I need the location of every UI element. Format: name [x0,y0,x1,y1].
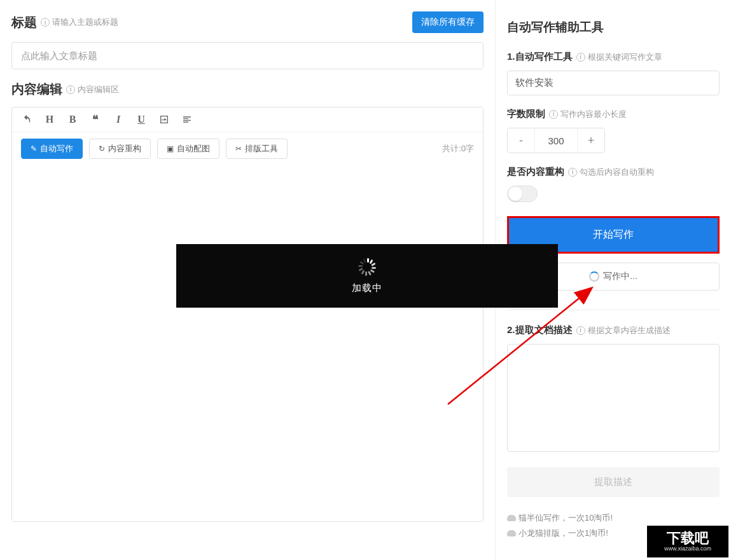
stepper-plus-button[interactable]: + [578,128,604,153]
cloud-icon [507,515,516,521]
rebuild-toggle-hint: 勾选后内容自动重构 [580,167,654,178]
extract-description-button[interactable]: 提取描述 [507,467,720,497]
editor-toolbar: H B ❝ I U [12,107,483,132]
rebuild-toggle-label: 是否内容重构 [507,166,564,178]
word-limit-stepper: - + [507,128,605,153]
info-icon: i [576,326,585,335]
italic-icon[interactable]: I [113,114,124,125]
word-limit-label: 字数限制 [507,108,545,120]
info-icon: i [576,53,585,62]
loading-overlay: 加载中 [176,244,558,308]
layout-tool-button[interactable]: ✂排版工具 [226,139,288,159]
content-label: 内容编辑 [11,81,62,98]
auto-image-button[interactable]: ▣自动配图 [157,139,219,159]
underline-icon[interactable]: U [136,114,147,125]
writing-status-text: 写作中... [603,271,637,282]
section2-label: 2.提取文档描述 [507,324,573,336]
footer-note-1: 猫半仙写作，一次10淘币! [507,512,720,524]
sidebar-panel-title: 自动写作辅助工具 [507,19,720,36]
description-textarea[interactable] [507,344,720,452]
title-hint: 请输入主题或标题 [52,17,118,28]
section1-label: 1.自动写作工具 [507,51,573,63]
word-count: 共计:0字 [442,143,474,154]
auto-write-button[interactable]: ✎自动写作 [21,139,83,159]
image-icon[interactable] [158,114,170,125]
clear-cache-button[interactable]: 清除所有缓存 [412,11,484,33]
quote-icon[interactable]: ❝ [90,114,101,125]
info-icon: i [41,18,50,27]
align-left-icon[interactable] [181,114,193,125]
pencil-icon: ✎ [31,144,37,153]
content-rebuild-button[interactable]: ↻内容重构 [89,139,151,159]
title-label: 标题 [11,14,37,31]
section1-hint: 根据关键词写作文章 [588,51,662,63]
spinner-icon [589,271,599,282]
info-icon: i [66,85,75,94]
refresh-icon: ↻ [99,144,105,153]
loading-text: 加载中 [352,282,382,294]
cloud-icon [507,530,516,536]
title-input[interactable] [11,42,484,69]
info-icon: i [549,110,558,119]
section2-hint: 根据文章内容生成描述 [588,325,671,336]
info-icon: i [568,168,577,177]
image-icon: ▣ [167,144,174,153]
heading-icon[interactable]: H [44,114,55,125]
tools-icon: ✂ [235,144,242,153]
watermark: 下载吧 www.xiazaiba.com [647,526,728,557]
editor-content-area[interactable] [12,165,483,521]
bold-icon[interactable]: B [67,114,78,125]
keyword-input[interactable] [507,71,720,95]
stepper-minus-button[interactable]: - [508,128,534,153]
undo-icon[interactable] [21,114,32,125]
editor-container: H B ❝ I U ✎自动写作 ↻内容重构 ▣自动配图 ✂排版工具 共计:0字 [11,107,484,522]
stepper-value-input[interactable] [534,128,578,153]
content-hint: 内容编辑区 [78,84,119,95]
word-limit-hint: 写作内容最小长度 [560,109,627,120]
loading-spinner-icon [358,258,376,276]
rebuild-toggle[interactable] [507,186,538,202]
